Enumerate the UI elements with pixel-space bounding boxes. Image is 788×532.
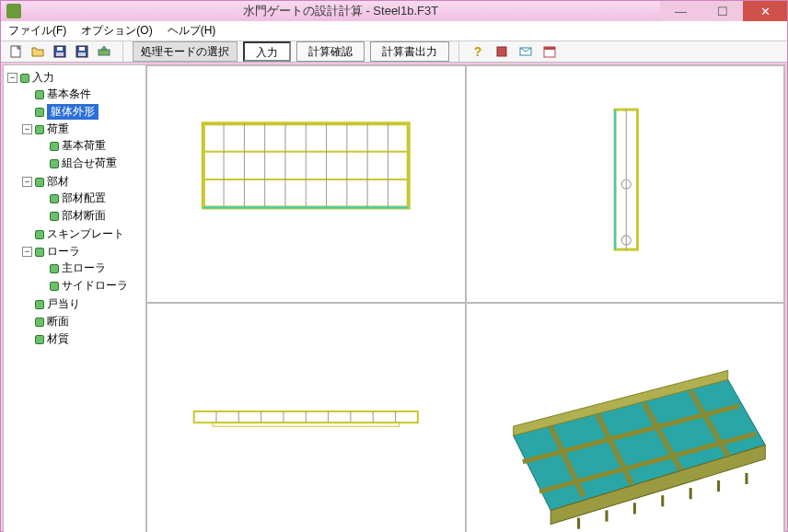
menubar: ファイル(F) オプション(O) ヘルプ(H) <box>1 21 787 41</box>
svg-rect-5 <box>79 47 85 51</box>
menu-help[interactable]: ヘルプ(H) <box>164 21 220 40</box>
envelope-icon <box>518 44 533 59</box>
window-title: 水門ゲートの設計計算 - Steel1b.F3T <box>21 3 660 19</box>
tree-toatari[interactable]: 戸当り <box>22 296 144 312</box>
node-icon <box>50 142 59 151</box>
svg-rect-3 <box>56 52 64 56</box>
node-icon <box>35 300 44 309</box>
tree-kajuu[interactable]: −荷重 <box>22 121 144 137</box>
tree-label: 材質 <box>47 331 69 347</box>
help-button[interactable]: ? <box>469 42 487 61</box>
maximize-button[interactable]: ☐ <box>701 1 743 21</box>
calendar-icon <box>542 44 557 59</box>
tree-label: 部材配置 <box>62 191 106 206</box>
tree-label: 基本条件 <box>47 87 91 102</box>
expand-icon[interactable]: − <box>7 73 17 83</box>
node-icon <box>35 108 44 117</box>
close-button[interactable]: ✕ <box>743 1 787 21</box>
app-window: 水門ゲートの設計計算 - Steel1b.F3T — ☐ ✕ ファイル(F) オ… <box>0 0 788 532</box>
nav-tree: − 入力 基本条件 躯体外形 −荷重 基本荷重 組合せ荷重 <box>6 69 144 349</box>
viewport-side[interactable] <box>466 65 785 303</box>
tree-label: 断面 <box>47 314 69 330</box>
tree-zaishitsu[interactable]: 材質 <box>22 331 144 347</box>
svg-rect-11 <box>544 47 555 50</box>
tree-buzaidanmen[interactable]: 部材断面 <box>37 208 144 224</box>
viewports <box>146 65 784 532</box>
minimize-button[interactable]: — <box>660 1 701 21</box>
expand-icon[interactable]: − <box>22 124 32 134</box>
viewport-3d[interactable] <box>466 303 785 532</box>
menu-option[interactable]: オプション(O) <box>77 21 156 40</box>
tree-kihonjoken[interactable]: 基本条件 <box>22 87 144 102</box>
help-icon: ? <box>474 44 482 59</box>
tree-kumiawasekajuu[interactable]: 組合せ荷重 <box>37 156 144 171</box>
tree-buzaihaichi[interactable]: 部材配置 <box>37 191 144 206</box>
tree-buzai[interactable]: −部材 <box>22 174 144 190</box>
node-icon <box>35 230 44 239</box>
mode-input-button[interactable]: 入力 <box>243 41 291 62</box>
node-icon <box>50 264 59 273</box>
tree-label: 部材断面 <box>62 208 106 224</box>
tool2-button[interactable] <box>516 42 535 61</box>
node-icon <box>35 178 44 187</box>
tree-skinplate[interactable]: スキンプレート <box>22 226 144 242</box>
tool1-button[interactable] <box>492 42 511 61</box>
open-folder-icon <box>30 44 45 59</box>
node-icon <box>35 248 44 257</box>
tree-label: 基本荷重 <box>62 138 106 154</box>
node-icon <box>50 212 59 221</box>
new-button[interactable] <box>6 42 25 61</box>
save-as-icon <box>75 44 89 59</box>
tree-kutaigaikei[interactable]: 躯体外形 <box>22 104 144 120</box>
menu-file[interactable]: ファイル(F) <box>5 21 70 40</box>
tree-kihonkajuu[interactable]: 基本荷重 <box>37 138 144 154</box>
svg-rect-7 <box>98 50 110 55</box>
tree-roller[interactable]: −ローラ <box>22 244 144 260</box>
mode-confirm-button[interactable]: 計算確認 <box>296 41 365 62</box>
node-icon <box>50 194 59 203</box>
svg-rect-6 <box>78 52 86 56</box>
open-button[interactable] <box>29 42 47 61</box>
node-icon <box>35 335 44 344</box>
tree-shuroller[interactable]: 主ローラ <box>37 260 144 276</box>
node-icon <box>35 90 44 99</box>
node-icon <box>50 282 59 291</box>
tree-label: スキンプレート <box>47 226 124 242</box>
expand-icon[interactable]: − <box>22 247 32 257</box>
svg-rect-8 <box>497 47 506 56</box>
new-file-icon <box>8 44 23 59</box>
tree-danmen[interactable]: 断面 <box>22 314 144 330</box>
action-button[interactable] <box>95 42 113 61</box>
tree-label: ローラ <box>47 244 80 260</box>
node-icon <box>35 318 44 327</box>
tree-label: 組合せ荷重 <box>62 156 117 171</box>
tree-label: サイドローラ <box>62 278 128 294</box>
content-area: − 入力 基本条件 躯体外形 −荷重 基本荷重 組合せ荷重 <box>3 64 785 532</box>
action-icon <box>97 44 111 59</box>
viewport-plan[interactable] <box>146 303 466 532</box>
tree-pane: − 入力 基本条件 躯体外形 −荷重 基本荷重 組合せ荷重 <box>4 65 146 532</box>
book-icon <box>494 44 509 59</box>
tree-label: 部材 <box>47 174 69 190</box>
tree-label-selected: 躯体外形 <box>47 104 98 120</box>
viewport-front[interactable] <box>146 65 466 303</box>
save-button[interactable] <box>51 42 69 61</box>
svg-rect-2 <box>57 47 63 51</box>
tree-label: 荷重 <box>47 121 69 137</box>
node-icon <box>50 159 59 168</box>
expand-icon[interactable]: − <box>22 177 32 187</box>
titlebar: 水門ゲートの設計計算 - Steel1b.F3T — ☐ ✕ <box>1 1 787 21</box>
tool3-button[interactable] <box>540 42 559 61</box>
tree-label: 主ローラ <box>62 260 106 276</box>
save-as-button[interactable] <box>73 42 91 61</box>
tree-label: 戸当り <box>47 296 80 312</box>
mode-output-button[interactable]: 計算書出力 <box>370 41 449 62</box>
save-icon <box>52 44 67 59</box>
toolbar: 処理モードの選択 入力 計算確認 計算書出力 ? <box>1 41 787 63</box>
node-icon <box>35 125 44 134</box>
tree-label: 入力 <box>32 70 54 86</box>
tree-root-input[interactable]: − 入力 <box>7 70 144 86</box>
node-icon <box>20 74 29 83</box>
tree-sideroller[interactable]: サイドローラ <box>37 278 144 294</box>
mode-label: 処理モードの選択 <box>133 41 238 62</box>
